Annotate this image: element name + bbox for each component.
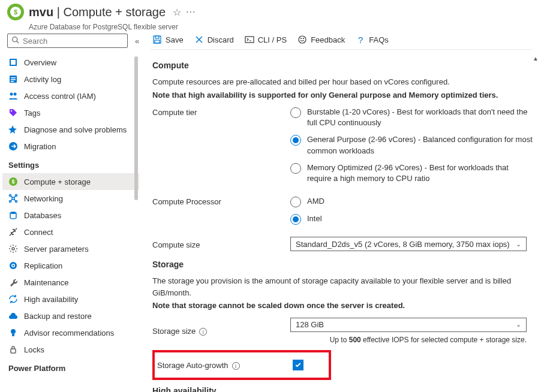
tags-icon — [8, 108, 18, 117]
sidebar-item-label: Advisor recommendations — [24, 328, 114, 337]
sidebar-item-compute[interactable]: $Compute + storage — [2, 173, 139, 190]
cli-button[interactable]: CLI / PS — [245, 35, 287, 44]
sidebar-item-iam[interactable]: Access control (IAM) — [2, 88, 139, 104]
discard-icon — [194, 35, 204, 44]
svg-point-35 — [303, 38, 304, 39]
page-header: $ mvu | Compute + storage ☆ ··· — [0, 0, 541, 25]
sidebar-item-ha[interactable]: High availability — [2, 291, 139, 307]
info-icon[interactable]: i — [199, 328, 207, 336]
sidebar-item-advisor[interactable]: Advisor recommendations — [2, 324, 139, 341]
sidebar-item-label: Overview — [24, 58, 56, 67]
compute-tier-radio-1[interactable] — [290, 135, 301, 146]
feedback-button[interactable]: Feedback — [297, 35, 345, 44]
compute-size-select[interactable]: Standard_D2ds_v5 (2 vCores, 8 GiB memory… — [290, 237, 527, 251]
search-input[interactable] — [23, 37, 124, 46]
activity-icon — [8, 74, 18, 84]
sidebar-item-label: Databases — [24, 211, 61, 220]
sidebar-item-params[interactable]: Server parameters — [2, 240, 139, 257]
ha-heading: High availability — [152, 386, 533, 392]
storage-size-select[interactable]: 128 GiB ⌄ — [290, 318, 527, 332]
question-icon: ? — [356, 35, 365, 44]
sidebar-item-diagnose[interactable]: Diagnose and solve problems — [2, 121, 139, 138]
sidebar-nav: OverviewActivity logAccess control (IAM)… — [2, 54, 139, 392]
info-icon[interactable]: i — [232, 362, 240, 370]
svg-point-9 — [14, 93, 17, 96]
scroll-up-icon[interactable]: ▲ — [533, 55, 539, 62]
content-scrollbar[interactable]: ▲ — [533, 55, 539, 392]
sidebar-item-label: Backup and restore — [24, 312, 92, 321]
page-title: mvu | Compute + storage — [29, 5, 166, 19]
network-icon — [8, 194, 18, 203]
svg-point-10 — [11, 110, 12, 111]
migration-icon — [8, 141, 18, 151]
page-title-text: Compute + storage — [63, 5, 166, 19]
sidebar-item-label: Server parameters — [24, 245, 89, 254]
sidebar-item-repl[interactable]: Replication — [2, 257, 139, 274]
overview-icon — [8, 58, 18, 67]
sidebar-item-backup[interactable]: Backup and restore — [2, 307, 139, 324]
compute-tier-radio-0[interactable] — [290, 107, 301, 118]
sidebar-item-tags[interactable]: Tags — [2, 104, 139, 121]
repl-icon — [8, 261, 18, 270]
sidebar-item-label: Networking — [24, 194, 63, 203]
search-icon — [11, 36, 19, 46]
compute-desc: Compute resources are pre-allocated and … — [152, 76, 533, 88]
sidebar-scrollbar[interactable] — [133, 54, 139, 392]
sidebar-item-label: Migration — [24, 142, 56, 151]
connect-icon — [8, 227, 18, 237]
storage-desc: The storage you provision is the amount … — [152, 275, 533, 298]
sidebar-item-label: High availability — [24, 295, 78, 304]
compute-processor-radio-0[interactable] — [290, 197, 301, 207]
svg-text:$: $ — [11, 179, 14, 185]
sidebar-item-label: Connect — [24, 228, 53, 237]
toolbar: Save Discard CLI / PS Feedback — [150, 31, 533, 50]
storage-size-label: Storage sizei — [152, 325, 290, 336]
resource-name: mvu — [29, 5, 53, 19]
svg-rect-3 — [11, 60, 16, 65]
faqs-button[interactable]: ? FAQs — [356, 35, 389, 44]
compute-tier-label: Compute tier — [152, 107, 290, 117]
sidebar-section-power: Power Platform — [2, 358, 139, 376]
compute-tier-radio-label: General Purpose (2-96 vCores) - Balanced… — [307, 134, 533, 156]
sidebar-item-label: Locks — [24, 345, 44, 354]
sidebar-item-locks[interactable]: Locks — [2, 341, 139, 358]
sidebar-item-label: Maintenance — [24, 278, 68, 287]
svg-rect-29 — [155, 40, 160, 43]
ha-icon — [8, 294, 18, 304]
iops-note: Up to 500 effective IOPS for selected co… — [290, 336, 527, 344]
compute-tier-radio-2[interactable] — [290, 163, 301, 174]
sidebar-item-maint[interactable]: Maintenance — [2, 274, 139, 291]
sidebar-item-overview[interactable]: Overview — [2, 54, 139, 71]
more-menu-icon[interactable]: ··· — [186, 7, 196, 17]
storage-note: Note that storage cannot be scaled down … — [152, 301, 405, 310]
sidebar: « OverviewActivity logAccess control (IA… — [0, 31, 139, 392]
compute-size-label: Compute size — [152, 239, 290, 249]
sidebar-section-settings: Settings — [2, 155, 139, 173]
svg-point-20 — [12, 248, 14, 250]
feedback-icon — [297, 35, 307, 44]
highlight-box: Storage Auto-growthi — [152, 350, 331, 380]
sidebar-item-activity[interactable]: Activity log — [2, 71, 139, 88]
discard-button[interactable]: Discard — [194, 35, 234, 44]
svg-rect-26 — [11, 349, 16, 353]
params-icon — [8, 244, 18, 254]
storage-autogrowth-checkbox[interactable] — [293, 360, 303, 370]
compute-heading: Compute — [152, 61, 533, 70]
sidebar-item-connect[interactable]: Connect — [2, 224, 139, 240]
save-button[interactable]: Save — [152, 35, 184, 44]
compute-note: Note that high availability is supported… — [152, 91, 498, 99]
sidebar-item-migration[interactable]: Migration — [2, 138, 139, 155]
compute-icon: $ — [8, 177, 18, 186]
svg-rect-25 — [12, 334, 14, 336]
storage-autogrowth-label: Storage Auto-growthi — [155, 360, 293, 370]
favorite-star-icon[interactable]: ☆ — [173, 7, 181, 18]
dollar-icon: $ — [10, 7, 21, 17]
sidebar-item-db[interactable]: Databases — [2, 207, 139, 224]
sidebar-search[interactable] — [7, 34, 128, 48]
sidebar-item-network[interactable]: Networking — [2, 190, 139, 207]
compute-processor-radio-1[interactable] — [290, 214, 301, 225]
main-content: Save Discard CLI / PS Feedback — [139, 31, 541, 392]
svg-point-8 — [10, 93, 13, 96]
sidebar-item-label: Tags — [24, 108, 40, 117]
svg-point-24 — [11, 329, 16, 334]
